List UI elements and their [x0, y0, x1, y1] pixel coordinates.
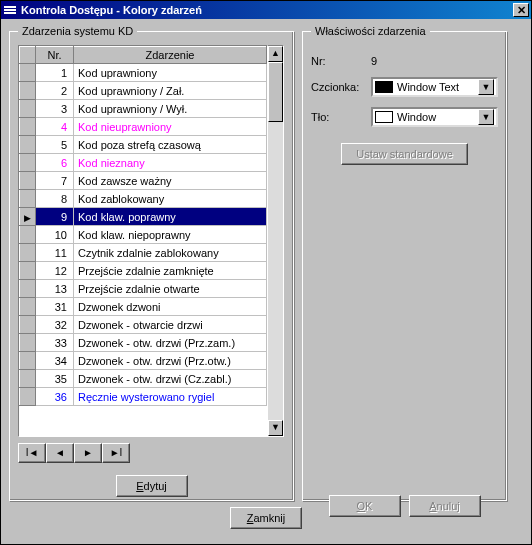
- table-row[interactable]: 3Kod uprawniony / Wył.: [20, 100, 267, 118]
- table-row[interactable]: 33Dzwonek - otw. drzwi (Prz.zam.): [20, 334, 267, 352]
- cell-nr[interactable]: 3: [36, 100, 74, 118]
- cell-nr[interactable]: 1: [36, 64, 74, 82]
- cell-event[interactable]: Dzwonek - otw. drzwi (Cz.zabl.): [74, 370, 267, 388]
- close-button[interactable]: Zamknij: [230, 507, 302, 529]
- close-icon[interactable]: ✕: [513, 3, 529, 17]
- row-header[interactable]: [20, 280, 36, 298]
- cell-event[interactable]: Dzwonek - otwarcie drzwi: [74, 316, 267, 334]
- table-row[interactable]: 11Czytnik zdalnie zablokowany: [20, 244, 267, 262]
- cell-event[interactable]: Przejście zdalnie zamknięte: [74, 262, 267, 280]
- cell-nr[interactable]: 35: [36, 370, 74, 388]
- nav-first-icon[interactable]: I◄: [18, 443, 46, 463]
- nav-prev-icon[interactable]: ◄: [46, 443, 74, 463]
- row-header[interactable]: [20, 136, 36, 154]
- row-header[interactable]: [20, 388, 36, 406]
- cell-event[interactable]: Kod nieuprawniony: [74, 118, 267, 136]
- cell-event[interactable]: Kod klaw. poprawny: [74, 208, 267, 226]
- row-header[interactable]: [20, 208, 36, 226]
- cell-nr[interactable]: 11: [36, 244, 74, 262]
- table-row[interactable]: 1Kod uprawniony: [20, 64, 267, 82]
- row-header[interactable]: [20, 172, 36, 190]
- table-row[interactable]: 2Kod uprawniony / Zał.: [20, 82, 267, 100]
- cell-nr[interactable]: 8: [36, 190, 74, 208]
- scroll-down-icon[interactable]: ▼: [268, 420, 283, 436]
- scroll-up-icon[interactable]: ▲: [268, 46, 283, 62]
- cancel-button[interactable]: Anuluj: [409, 495, 481, 517]
- row-header[interactable]: [20, 352, 36, 370]
- cell-event[interactable]: Dzwonek dzwoni: [74, 298, 267, 316]
- nav-last-icon[interactable]: ►I: [102, 443, 130, 463]
- cell-event[interactable]: Dzwonek - otw. drzwi (Prz.otw.): [74, 352, 267, 370]
- col-event[interactable]: Zdarzenie: [74, 47, 267, 64]
- table-row[interactable]: 6Kod nieznany: [20, 154, 267, 172]
- cell-event[interactable]: Kod poza strefą czasową: [74, 136, 267, 154]
- table-row[interactable]: 12Przejście zdalnie zamknięte: [20, 262, 267, 280]
- cell-event[interactable]: Kod zawsze ważny: [74, 172, 267, 190]
- table-row[interactable]: 35Dzwonek - otw. drzwi (Cz.zabl.): [20, 370, 267, 388]
- scroll-thumb[interactable]: [268, 62, 283, 122]
- cell-event[interactable]: Kod uprawniony / Zał.: [74, 82, 267, 100]
- row-header[interactable]: [20, 154, 36, 172]
- cell-event[interactable]: Ręcznie wysterowano rygiel: [74, 388, 267, 406]
- cell-nr[interactable]: 12: [36, 262, 74, 280]
- table-row[interactable]: 9Kod klaw. poprawny: [20, 208, 267, 226]
- grid-scrollbar[interactable]: ▲ ▼: [268, 45, 284, 437]
- nav-next-icon[interactable]: ►: [74, 443, 102, 463]
- table-row[interactable]: 4Kod nieuprawniony: [20, 118, 267, 136]
- rowhead-header[interactable]: [20, 47, 36, 64]
- table-row[interactable]: 7Kod zawsze ważny: [20, 172, 267, 190]
- edit-button[interactable]: Edytuj: [116, 475, 188, 497]
- cell-nr[interactable]: 33: [36, 334, 74, 352]
- table-row[interactable]: 36Ręcznie wysterowano rygiel: [20, 388, 267, 406]
- cell-nr[interactable]: 9: [36, 208, 74, 226]
- row-header[interactable]: [20, 370, 36, 388]
- cell-event[interactable]: Kod nieznany: [74, 154, 267, 172]
- row-header[interactable]: [20, 316, 36, 334]
- row-header[interactable]: [20, 298, 36, 316]
- cell-event[interactable]: Kod klaw. niepoprawny: [74, 226, 267, 244]
- events-grid[interactable]: Nr. Zdarzenie 1Kod uprawniony2Kod uprawn…: [18, 45, 268, 437]
- table-row[interactable]: 32Dzwonek - otwarcie drzwi: [20, 316, 267, 334]
- chevron-down-icon[interactable]: ▼: [478, 109, 494, 125]
- chevron-down-icon[interactable]: ▼: [478, 79, 494, 95]
- cell-nr[interactable]: 5: [36, 136, 74, 154]
- cell-nr[interactable]: 2: [36, 82, 74, 100]
- defaults-button[interactable]: Ustaw standardowe: [341, 143, 468, 165]
- scroll-track[interactable]: [268, 122, 283, 420]
- table-row[interactable]: 31Dzwonek dzwoni: [20, 298, 267, 316]
- cell-nr[interactable]: 10: [36, 226, 74, 244]
- table-row[interactable]: 34Dzwonek - otw. drzwi (Prz.otw.): [20, 352, 267, 370]
- cell-event[interactable]: Przejście zdalnie otwarte: [74, 280, 267, 298]
- cell-event[interactable]: Czytnik zdalnie zablokowany: [74, 244, 267, 262]
- font-color-combo[interactable]: Window Text ▼: [371, 77, 498, 97]
- cell-nr[interactable]: 13: [36, 280, 74, 298]
- row-header[interactable]: [20, 118, 36, 136]
- row-header[interactable]: [20, 226, 36, 244]
- row-header[interactable]: [20, 262, 36, 280]
- table-row[interactable]: 13Przejście zdalnie otwarte: [20, 280, 267, 298]
- cell-nr[interactable]: 31: [36, 298, 74, 316]
- row-header[interactable]: [20, 334, 36, 352]
- cell-event[interactable]: Kod uprawniony: [74, 64, 267, 82]
- table-row[interactable]: 5Kod poza strefą czasową: [20, 136, 267, 154]
- cell-nr[interactable]: 36: [36, 388, 74, 406]
- cell-nr[interactable]: 7: [36, 172, 74, 190]
- cell-event[interactable]: Dzwonek - otw. drzwi (Prz.zam.): [74, 334, 267, 352]
- row-header[interactable]: [20, 100, 36, 118]
- ok-button[interactable]: OK: [329, 495, 401, 517]
- cell-nr[interactable]: 32: [36, 316, 74, 334]
- row-header[interactable]: [20, 64, 36, 82]
- cell-nr[interactable]: 34: [36, 352, 74, 370]
- cell-nr[interactable]: 6: [36, 154, 74, 172]
- col-nr[interactable]: Nr.: [36, 47, 74, 64]
- cell-nr[interactable]: 4: [36, 118, 74, 136]
- row-header[interactable]: [20, 82, 36, 100]
- row-header[interactable]: [20, 244, 36, 262]
- cell-event[interactable]: Kod zablokowany: [74, 190, 267, 208]
- titlebar[interactable]: Kontrola Dostępu - Kolory zdarzeń ✕: [1, 1, 531, 19]
- row-header[interactable]: [20, 190, 36, 208]
- bg-color-combo[interactable]: Window ▼: [371, 107, 498, 127]
- table-row[interactable]: 8Kod zablokowany: [20, 190, 267, 208]
- cell-event[interactable]: Kod uprawniony / Wył.: [74, 100, 267, 118]
- table-row[interactable]: 10Kod klaw. niepoprawny: [20, 226, 267, 244]
